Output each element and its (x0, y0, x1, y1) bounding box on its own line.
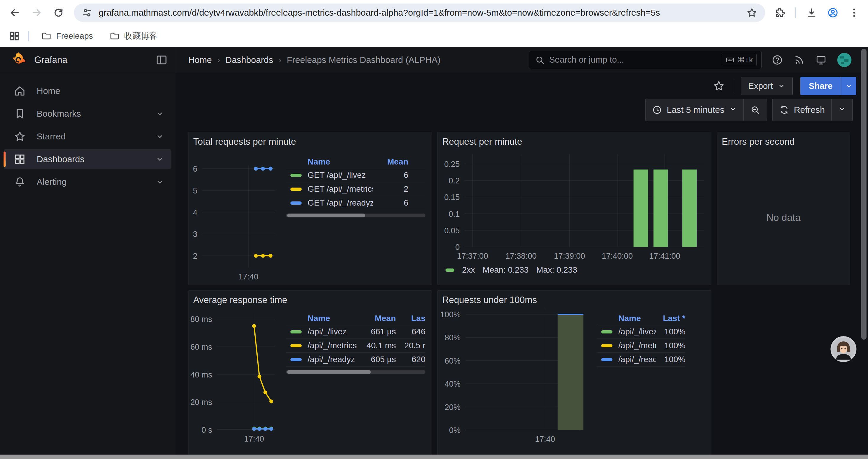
forward-icon (30, 6, 43, 19)
table-row[interactable]: /api/_/livez 661 µs 646 (286, 325, 426, 339)
col-header-last[interactable]: Last * (656, 314, 685, 323)
panel-requests-under-100ms[interactable]: Requests under 100ms 0%20%40%60%80%100%1… (437, 290, 711, 459)
panel-average-response-time[interactable]: Average response time 0 s20 ms40 ms60 ms… (188, 290, 432, 459)
svg-text:60%: 60% (445, 357, 461, 365)
sidebar-item-alerting[interactable]: Alerting (4, 172, 171, 192)
bookmark-folder-freeleaps[interactable]: Freeleaps (37, 29, 97, 43)
svg-text:5: 5 (193, 186, 197, 195)
panel-title[interactable]: Errors per second (722, 136, 795, 147)
dashboards-icon (13, 153, 26, 165)
col-header-name[interactable]: Name (618, 314, 656, 323)
search-box[interactable]: ⌘+k (529, 51, 762, 69)
bookmark-folder-label: Freeleaps (56, 31, 93, 41)
breadcrumb-home[interactable]: Home (188, 55, 212, 65)
toolbar-divider (733, 79, 733, 93)
profile-icon[interactable] (827, 7, 838, 18)
page-scrollbar[interactable] (861, 49, 867, 340)
window-bottom-scrollbar[interactable] (0, 455, 868, 459)
table-row[interactable]: GET /api/_/readyz 6 (286, 196, 426, 210)
menu-kebab-icon[interactable] (848, 7, 860, 18)
col-header-last[interactable]: Las (396, 314, 426, 323)
svg-text:40%: 40% (445, 380, 461, 388)
site-info-icon[interactable] (82, 7, 93, 18)
topnav-icons (772, 53, 851, 67)
table-scrollbar[interactable] (286, 214, 426, 218)
series-swatch (445, 268, 454, 272)
breadcrumb: Home › Dashboards › Freeleaps Metrics Da… (188, 55, 440, 65)
series-swatch (290, 174, 302, 177)
chevron-down-icon (838, 105, 846, 113)
table-row[interactable]: /api/_/readyz 605 µs 620 (286, 353, 426, 366)
sidebar-item-home[interactable]: Home (4, 81, 171, 101)
page: grafana.mathmast.com/d/deytv4rwavabkb/fr… (0, 0, 868, 459)
monitor-icon[interactable] (815, 54, 827, 66)
bookmarks-divider (28, 31, 29, 41)
grafana-logo[interactable] (10, 52, 27, 68)
zoom-out-button[interactable] (743, 99, 767, 121)
chevron-down-icon (155, 177, 164, 186)
svg-text:80 ms: 80 ms (190, 315, 212, 324)
svg-text:3: 3 (193, 230, 197, 239)
legend-table: Name Last * /api/_/livez 100% /api/_/met… (597, 312, 685, 366)
help-icon[interactable] (772, 54, 783, 66)
brand-title: Grafana (34, 55, 148, 65)
svg-text:17:40: 17:40 (535, 435, 555, 444)
panel-errors-per-second[interactable]: Errors per second No data (717, 132, 850, 285)
breadcrumb-dashboards[interactable]: Dashboards (225, 55, 273, 65)
bookmark-folder-blogs[interactable]: 收藏博客 (105, 28, 162, 44)
bookmarks-bar: Freeleaps 收藏博客 (0, 25, 868, 47)
table-scrollbar[interactable] (286, 370, 426, 374)
table-row[interactable]: GET /api/_/livez 6 (286, 168, 426, 182)
reload-icon[interactable] (52, 6, 65, 19)
grafana-app: Grafana Home Bookmarks Starred (0, 47, 868, 459)
panel-total-requests[interactable]: Total requests per minute 6543217:40 Nam… (188, 132, 432, 285)
time-range-button[interactable]: Last 5 minutes (646, 99, 743, 121)
table-row[interactable]: /api/_/metrics 40.1 ms 20.5 r (286, 339, 426, 353)
chart-legend[interactable]: 2xx Mean: 0.233 Max: 0.233 (445, 265, 577, 275)
series-swatch (290, 330, 302, 333)
svg-text:80%: 80% (445, 333, 461, 342)
table-row[interactable]: /api/_/readyz 100% (597, 353, 685, 366)
table-row[interactable]: GET /api/_/metrics 2 (286, 182, 426, 196)
col-header-mean[interactable]: Mean (361, 314, 396, 323)
extensions-icon[interactable] (774, 7, 785, 18)
rss-icon[interactable] (794, 54, 805, 66)
svg-text:0: 0 (455, 243, 460, 252)
collapse-sidebar-icon[interactable] (155, 54, 168, 66)
shortcut-badge: ⌘+k (722, 54, 756, 66)
table-row[interactable]: /api/_/livez 100% (597, 325, 685, 339)
apps-grid-icon[interactable] (9, 30, 20, 42)
panel-request-per-minute[interactable]: Request per minute 00.050.10.150.20.2517… (437, 132, 711, 285)
time-range-group: Last 5 minutes (645, 99, 767, 121)
refresh-interval-button[interactable] (831, 99, 852, 121)
export-button[interactable]: Export (741, 77, 793, 95)
url-bar[interactable]: grafana.mathmast.com/d/deytv4rwavabkb/fr… (74, 4, 765, 22)
refresh-button[interactable]: Refresh (773, 99, 831, 121)
dashboard-toolbar: Export Share (176, 73, 868, 99)
col-header-name[interactable]: Name (308, 314, 361, 323)
table-row[interactable]: /api/_/metrics 100% (597, 339, 685, 353)
share-button[interactable]: Share (800, 77, 841, 95)
assistant-avatar[interactable] (831, 336, 857, 362)
toolbar-divider (795, 7, 796, 18)
series-swatch (290, 358, 302, 361)
svg-text:17:37:00: 17:37:00 (457, 252, 488, 261)
download-icon[interactable] (806, 7, 817, 18)
user-avatar[interactable] (837, 53, 851, 67)
star-dashboard-icon[interactable] (713, 80, 725, 92)
url-input[interactable]: grafana.mathmast.com/d/deytv4rwavabkb/fr… (99, 8, 740, 18)
sidebar-item-bookmarks[interactable]: Bookmarks (4, 104, 171, 124)
clock-icon (652, 105, 662, 115)
browser-toolbar: grafana.mathmast.com/d/deytv4rwavabkb/fr… (0, 0, 868, 25)
sidebar-item-starred[interactable]: Starred (4, 126, 171, 146)
col-header-mean[interactable]: Mean (373, 157, 408, 167)
svg-text:4: 4 (193, 208, 197, 217)
series-swatch (601, 358, 613, 361)
bar-chart: 00.050.10.150.20.2517:37:0017:38:0017:39… (438, 132, 711, 285)
search-input[interactable] (549, 55, 717, 65)
col-header-name[interactable]: Name (308, 157, 373, 167)
share-menu-button[interactable] (841, 77, 856, 95)
sidebar-item-dashboards[interactable]: Dashboards (4, 149, 171, 169)
bookmark-star-icon[interactable] (746, 7, 757, 18)
back-icon[interactable] (8, 6, 21, 19)
